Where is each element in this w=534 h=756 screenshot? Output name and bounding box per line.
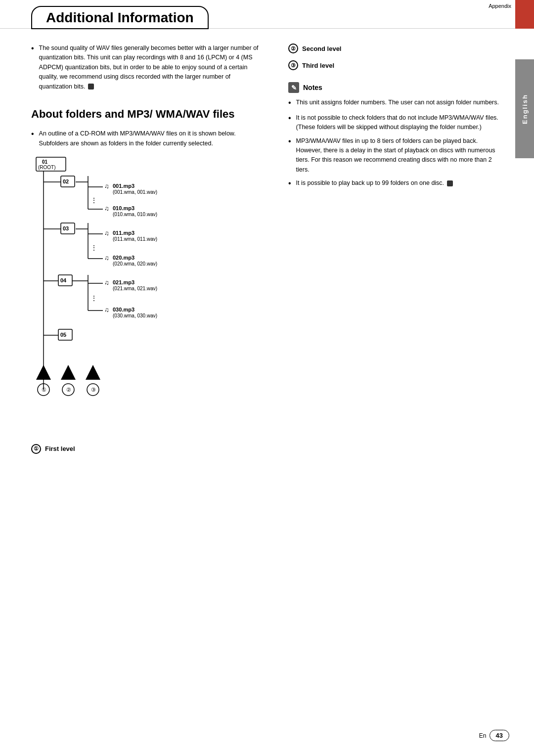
svg-marker-52 (61, 365, 76, 380)
section-bullet-item: • An outline of a CD-ROM with MP3/WMA/WA… (31, 129, 259, 148)
svg-text:011.mp3: 011.mp3 (113, 230, 134, 236)
bullet-dot: • (31, 43, 34, 91)
first-level-item: ① First level (31, 444, 259, 454)
notes-section: ✎ Notes • This unit assigns folder numbe… (288, 82, 504, 190)
footer-en-label: En (479, 732, 487, 739)
intro-bullet: • The sound quality of WAV files general… (31, 44, 259, 91)
svg-text:♫: ♫ (104, 205, 109, 212)
main-content: • The sound quality of WAV files general… (0, 29, 534, 474)
page: Additional Information Appendix English … (0, 0, 534, 756)
stop-symbol-2 (447, 180, 453, 186)
stop-symbol (88, 84, 94, 89)
svg-text:③: ③ (91, 387, 96, 393)
second-level-label: Second level (302, 45, 341, 52)
section-bullet-text: An outline of a CD-ROM with MP3/WMA/WAV … (39, 129, 259, 148)
note-item-1: • This unit assigns folder numbers. The … (288, 98, 504, 109)
section-heading: About folders and MP3/ WMA/WAV files (31, 107, 259, 122)
top-bar: Additional Information Appendix (0, 0, 534, 29)
svg-text:♫: ♫ (104, 254, 109, 262)
english-sidebar: English (515, 59, 534, 158)
sidebar-label: English (521, 94, 529, 124)
svg-text:001.mp3: 001.mp3 (113, 183, 134, 189)
folder-diagram: 01 (ROOT) 02 ♫ 001.mp3 (00 (31, 152, 259, 442)
svg-text:(030.wma, 030.wav): (030.wma, 030.wav) (113, 313, 157, 318)
notes-label: Notes (303, 84, 322, 91)
svg-text:020.mp3: 020.mp3 (113, 255, 134, 261)
svg-text:(001.wma, 001.wav): (001.wma, 001.wav) (113, 189, 157, 195)
intro-section: • The sound quality of WAV files general… (31, 44, 259, 91)
svg-text:(020.wma, 020.wav): (020.wma, 020.wav) (113, 261, 157, 267)
second-level-item: ② Second level (288, 44, 504, 53)
svg-text:♫: ♫ (104, 279, 109, 286)
first-level-label: First level (45, 445, 75, 452)
bullet-dot-2: • (31, 128, 34, 148)
notes-header: ✎ Notes (288, 82, 504, 93)
note-item-3: • MP3/WMA/WAV files in up to 8 tiers of … (288, 136, 504, 175)
note-dot-1: • (288, 97, 291, 109)
level-circle-1: ① (31, 444, 41, 454)
note-item-2: • It is not possible to check folders th… (288, 113, 504, 133)
svg-text:⋮: ⋮ (90, 294, 97, 302)
note-dot-4: • (288, 178, 291, 190)
note-text-1: This unit assigns folder numbers. The us… (296, 98, 499, 109)
svg-text:03: 03 (63, 225, 69, 231)
svg-text:①: ① (42, 387, 46, 393)
svg-text:01: 01 (42, 159, 48, 165)
diagram-svg: 01 (ROOT) 02 ♫ 001.mp3 (00 (31, 152, 239, 439)
svg-text:04: 04 (60, 277, 67, 283)
svg-text:02: 02 (63, 178, 69, 184)
svg-text:②: ② (66, 387, 71, 393)
svg-text:♫: ♫ (104, 182, 109, 190)
level-circle-3: ③ (288, 60, 298, 70)
page-number: 43 (490, 730, 509, 741)
header-right: Appendix (489, 0, 534, 28)
note-dot-2: • (288, 112, 291, 133)
svg-text:♫: ♫ (104, 229, 109, 237)
svg-text:♫: ♫ (104, 306, 109, 313)
third-level-label: Third level (302, 62, 334, 69)
svg-text:⋮: ⋮ (90, 244, 97, 252)
title-box: Additional Information (31, 6, 209, 29)
appendix-label: Appendix (489, 0, 511, 9)
svg-text:05: 05 (60, 332, 66, 338)
notes-icon-symbol: ✎ (291, 84, 297, 91)
note-item-4: • It is possible to play back up to 99 f… (288, 178, 504, 190)
note-text-2: It is not possible to check folders that… (296, 113, 504, 133)
third-level-item: ③ Third level (288, 60, 504, 70)
svg-text:(ROOT): (ROOT) (38, 165, 56, 170)
note-text-4: It is possible to play back up to 99 fol… (296, 178, 453, 190)
svg-text:(011.wma, 011.wav): (011.wma, 011.wav) (113, 236, 157, 242)
notes-icon: ✎ (288, 82, 299, 93)
svg-text:030.mp3: 030.mp3 (113, 307, 134, 312)
page-footer: En 43 (479, 730, 509, 741)
left-column: • The sound quality of WAV files general… (31, 44, 259, 459)
svg-text:(021.wma, 021.wav): (021.wma, 021.wav) (113, 286, 157, 291)
svg-text:010.mp3: 010.mp3 (113, 205, 134, 211)
note-dot-3: • (288, 135, 291, 175)
note-text-3: MP3/WMA/WAV files in up to 8 tiers of fo… (296, 136, 504, 175)
intro-text: The sound quality of WAV files generally… (39, 44, 259, 91)
svg-marker-49 (36, 365, 51, 380)
page-title: Additional Information (46, 10, 194, 26)
svg-marker-55 (86, 365, 100, 380)
level-circle-2: ② (288, 44, 298, 53)
red-tab (515, 0, 534, 29)
svg-text:(010.wma, 010.wav): (010.wma, 010.wav) (113, 212, 157, 217)
svg-text:021.mp3: 021.mp3 (113, 279, 134, 285)
right-column: ② Second level ③ Third level ✎ Notes • T (278, 44, 504, 459)
svg-text:⋮: ⋮ (90, 196, 97, 204)
